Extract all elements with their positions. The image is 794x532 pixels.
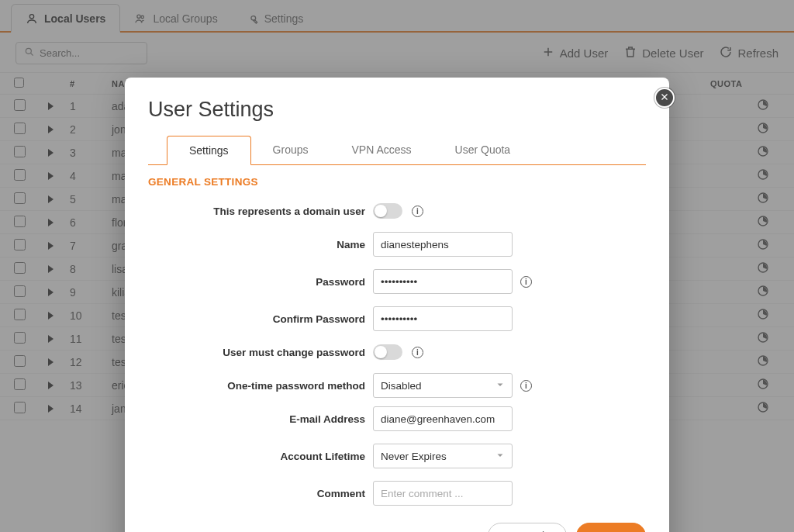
settings-form: This represents a domain user i Name Pas… [148,195,646,509]
input-password[interactable] [373,269,513,294]
info-icon[interactable]: i [412,206,423,217]
label-password: Password [148,276,365,288]
label-confirm-password: Confirm Password [148,313,365,325]
input-comment[interactable] [373,481,513,506]
chevron-down-icon [495,380,505,392]
label-must-change: User must change password [148,347,365,358]
label-email: E-mail Address [148,413,365,425]
input-email[interactable] [373,406,513,431]
section-title: GENERAL SETTINGS [148,176,646,188]
dialog-tab-user-quota[interactable]: User Quota [433,136,533,164]
chevron-down-icon [495,451,505,462]
info-icon[interactable]: i [412,347,423,358]
select-lifetime-value: Never Expires [381,451,447,462]
input-confirm-password[interactable] [373,306,513,331]
label-comment: Comment [148,488,365,499]
label-otp-method: One-time password method [148,380,365,392]
label-domain-user: This represents a domain user [148,206,365,217]
input-name[interactable] [373,232,513,257]
dialog-close-button[interactable] [654,88,675,108]
select-account-lifetime[interactable]: Never Expires [373,444,513,468]
cancel-button[interactable]: Cancel [488,523,567,532]
dialog-tab-groups[interactable]: Groups [251,136,330,164]
info-icon[interactable]: i [520,380,532,392]
toggle-must-change-password[interactable] [373,344,402,360]
dialog-tabs: Settings Groups VPN Access User Quota [148,136,646,165]
save-button[interactable]: Save [576,523,646,532]
dialog-tab-vpn[interactable]: VPN Access [330,136,433,164]
dialog-title: User Settings [148,98,646,122]
toggle-domain-user[interactable] [373,203,402,219]
dialog-tab-settings[interactable]: Settings [167,136,251,165]
label-account-lifetime: Account Lifetime [148,451,365,462]
user-settings-dialog: User Settings Settings Groups VPN Access… [125,78,669,532]
select-otp-method[interactable]: Disabled [373,373,513,398]
close-icon [660,92,669,104]
info-icon[interactable]: i [520,276,532,288]
modal-overlay: User Settings Settings Groups VPN Access… [0,0,794,532]
label-name: Name [148,239,365,250]
select-otp-value: Disabled [381,380,422,392]
